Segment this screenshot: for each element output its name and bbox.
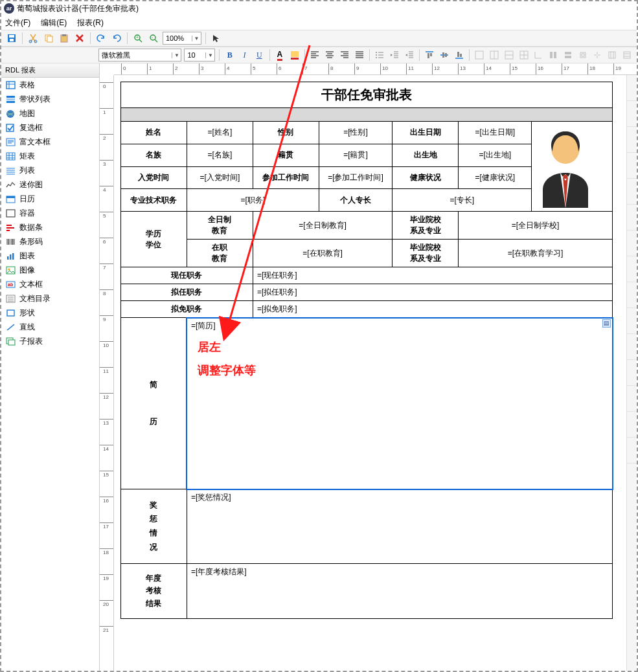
sidebar-item[interactable]: 列表: [1, 163, 99, 177]
italic-icon[interactable]: I: [238, 49, 251, 62]
svg-rect-60: [10, 254, 12, 260]
layout-1-icon[interactable]: [473, 49, 486, 62]
sidebar-item[interactable]: 表格: [1, 78, 99, 92]
sidebar-item[interactable]: 地图: [1, 106, 99, 120]
menu-report[interactable]: 报表(R): [77, 17, 104, 28]
svg-rect-70: [8, 340, 15, 345]
underline-icon[interactable]: U: [253, 49, 266, 62]
field-name[interactable]: =[姓名]: [187, 122, 253, 144]
svg-rect-21: [427, 53, 429, 58]
zoom-input[interactable]: ▼: [163, 32, 201, 45]
zoom-out-icon[interactable]: -: [147, 32, 160, 45]
layout-3-icon[interactable]: [503, 49, 516, 62]
sidebar-item[interactable]: 子报表: [1, 334, 99, 348]
align-top-icon[interactable]: [424, 49, 436, 62]
design-surface[interactable]: 干部任免审批表 姓名 =[姓名] 性别 =[性别] 出生日期 =[出生日期]: [114, 75, 626, 671]
layout-5-icon[interactable]: [532, 49, 545, 62]
bold-icon[interactable]: B: [223, 49, 236, 62]
redo-icon[interactable]: [110, 32, 123, 45]
photo-cell[interactable]: [532, 122, 613, 212]
bullets-icon[interactable]: [374, 49, 386, 62]
sidebar-item[interactable]: 文档目录: [1, 291, 99, 306]
undo-icon[interactable]: [95, 32, 108, 45]
databar-icon: [5, 223, 16, 232]
image-icon: [5, 265, 16, 274]
zoom-in-icon[interactable]: +: [131, 32, 144, 45]
align-justify-icon[interactable]: [353, 49, 365, 62]
fill-color-icon[interactable]: [288, 49, 301, 62]
sidebar-item[interactable]: 容器: [1, 206, 99, 220]
label-birth[interactable]: 出生日期: [393, 122, 459, 144]
layout-9-icon[interactable]: [591, 49, 604, 62]
svg-rect-56: [6, 225, 12, 226]
svg-text:-: -: [152, 35, 154, 39]
menu-file[interactable]: 文件(F): [5, 17, 30, 28]
svg-rect-22: [430, 53, 432, 56]
svg-rect-15: [291, 51, 299, 57]
indent-icon[interactable]: [403, 49, 415, 62]
table-row: 奖 惩 情 况 =[奖惩情况]: [121, 489, 613, 564]
sidebar-item[interactable]: 直线: [1, 320, 99, 334]
svg-rect-43: [6, 82, 15, 89]
table-row: 现任职务 =[现任职务]: [121, 267, 613, 284]
font-select[interactable]: ▼: [98, 49, 181, 62]
layout-11-icon[interactable]: [621, 49, 633, 62]
outdent-icon[interactable]: [389, 49, 401, 62]
sidebar-item[interactable]: 数据条: [1, 220, 99, 234]
sidebar-item[interactable]: ab文本框: [1, 277, 99, 291]
layout-7-icon[interactable]: [562, 49, 575, 62]
label-name[interactable]: 姓名: [121, 122, 187, 144]
sidebar-item[interactable]: 矩表: [1, 149, 99, 163]
banded-list-icon: [5, 95, 16, 104]
copy-icon[interactable]: [42, 32, 55, 45]
paste-icon[interactable]: [58, 32, 71, 45]
svg-rect-67: [7, 310, 14, 316]
header-grey-row[interactable]: [120, 108, 613, 121]
sidebar-item[interactable]: 形状: [1, 306, 99, 320]
sidebar-header: RDL 报表: [1, 63, 99, 78]
resume-cell-selected[interactable]: ▤ =[简历] 居左 调整字体等: [187, 318, 612, 489]
sidebar-item[interactable]: 图表: [1, 249, 99, 263]
layout-6-icon[interactable]: [547, 49, 560, 62]
field-birth[interactable]: =[出生日期]: [459, 122, 532, 144]
select-icon[interactable]: [210, 32, 223, 45]
right-gutter: [626, 75, 637, 671]
cut-icon[interactable]: [27, 32, 40, 45]
cell-action-icon[interactable]: ▤: [602, 319, 611, 328]
main-content: RDL 报表 表格带状列表地图复选框富文本框矩表列表迷你图日历容器数据条条形码图…: [1, 63, 637, 671]
titlebar: ar 葡萄城报表设计器(干部任免审批表): [1, 1, 637, 16]
sidebar: RDL 报表 表格带状列表地图复选框富文本框矩表列表迷你图日历容器数据条条形码图…: [1, 63, 100, 671]
layout-2-icon[interactable]: [488, 49, 501, 62]
delete-icon[interactable]: [73, 32, 86, 45]
field-gender[interactable]: =[性别]: [319, 122, 392, 144]
sidebar-item[interactable]: 迷你图: [1, 177, 99, 192]
layout-10-icon[interactable]: [606, 49, 619, 62]
font-size-select[interactable]: ▼: [184, 49, 215, 62]
sidebar-item[interactable]: 条形码: [1, 234, 99, 249]
form-title[interactable]: 干部任免审批表: [120, 82, 613, 108]
sidebar-item-label: 文档目录: [19, 293, 51, 304]
list-icon: [5, 166, 16, 175]
sidebar-item[interactable]: 带状列表: [1, 92, 99, 106]
layout-4-icon[interactable]: [518, 49, 530, 62]
sidebar-item[interactable]: 图像: [1, 263, 99, 277]
svg-rect-2: [10, 39, 14, 41]
sidebar-item[interactable]: 日历: [1, 192, 99, 206]
calendar-icon: [5, 194, 16, 203]
richtext-icon: [5, 137, 16, 146]
align-left-icon[interactable]: [309, 49, 321, 62]
table-row: 年度 考核 结果 =[年度考核结果]: [121, 564, 613, 619]
align-bottom-icon[interactable]: [453, 49, 465, 62]
label-gender[interactable]: 性别: [253, 122, 319, 144]
menu-edit[interactable]: 编辑(E): [41, 17, 67, 28]
sidebar-item[interactable]: 复选框: [1, 120, 99, 135]
font-color-icon[interactable]: A: [274, 49, 286, 62]
align-middle-icon[interactable]: [439, 49, 451, 62]
save-icon[interactable]: [5, 32, 18, 45]
align-center-icon[interactable]: [324, 49, 336, 62]
svg-rect-39: [565, 52, 571, 54]
sidebar-item[interactable]: 富文本框: [1, 135, 99, 149]
shape-icon: [5, 308, 16, 317]
align-right-icon[interactable]: [338, 49, 350, 62]
layout-8-icon[interactable]: [576, 49, 589, 62]
